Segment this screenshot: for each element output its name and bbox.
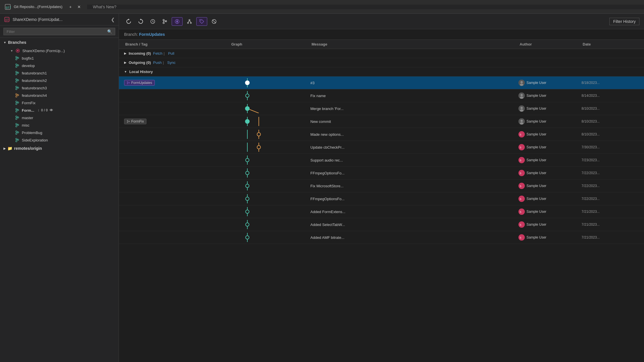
svg-point-136: [246, 197, 249, 200]
sidebar-item-featurebranch4[interactable]: featurebranch4: [8, 92, 119, 99]
sidebar-item-featurebranch2[interactable]: featurebranch2: [8, 77, 119, 84]
sidebar-item-master[interactable]: master: [8, 114, 119, 121]
push-link[interactable]: Push: [153, 60, 162, 65]
svg-point-124: [246, 158, 249, 162]
local-history-label: Local History: [129, 70, 153, 74]
branch-icon: [15, 63, 19, 68]
fetch-link[interactable]: Fetch: [153, 51, 163, 56]
commit-row-12[interactable]: Added AMF bitrate... S Sample User 7/21/…: [119, 231, 644, 244]
sort-icon: ↕: [38, 108, 39, 112]
remotes-section-header[interactable]: ▶ 📁 remotes/origin: [0, 144, 119, 153]
remotes-label: remotes/origin: [14, 146, 42, 151]
svg-point-101: [520, 107, 523, 109]
sidebar-item-label: SideExploration: [22, 138, 48, 142]
sidebar-item-label: ShareXDemo (FormUp...): [22, 49, 65, 53]
svg-point-7: [16, 59, 17, 60]
branch-button[interactable]: [160, 17, 170, 25]
commit-graph-button[interactable]: [172, 17, 183, 26]
sidebar-content: ▼ Branches ▼ ShareXDemo (FormUp...): [0, 38, 119, 362]
graph-svg-1: [230, 91, 310, 100]
date-cell-1: 8/14/2023...: [582, 94, 639, 98]
local-history-row[interactable]: ▼ Local History: [119, 67, 644, 76]
pin-button[interactable]: +: [68, 4, 73, 10]
svg-point-42: [16, 111, 17, 112]
table-header: Branch / Tag Graph Message Author Date: [119, 40, 644, 49]
sidebar-collapse-btn[interactable]: ❮: [111, 17, 115, 22]
incoming-row[interactable]: ▶ Incoming (0) Fetch | Pull: [119, 49, 644, 58]
sidebar-item-formupdates[interactable]: Form... ↕ 0 / 0 👁: [8, 107, 119, 114]
commit-row-1[interactable]: Fix name Sample User 8/14/2023...: [119, 89, 644, 102]
sidebar-item-sideexploration[interactable]: SideExploration: [8, 136, 119, 144]
commit-row-0[interactable]: FormUpdates #3: [119, 76, 644, 89]
undo-button[interactable]: [136, 17, 146, 25]
commit-row-11[interactable]: Added SelectTabW... S Sample User 7/21/2…: [119, 218, 644, 231]
sidebar-item-label: featurebranch2: [22, 78, 47, 83]
filter-history-button[interactable]: Filter History: [609, 18, 639, 25]
main-layout: git ShareXDemo (FormUpdat... ❮ 🔍 ▼ Branc…: [0, 14, 644, 362]
graph-cell-10: [230, 207, 310, 216]
tag-button[interactable]: [196, 17, 207, 26]
whats-new-tab[interactable]: What's New?: [93, 5, 116, 9]
chevron-down-icon: ▼: [10, 49, 13, 52]
branch-icon: [15, 115, 19, 120]
branches-label: Branches: [8, 40, 26, 45]
commit-row-7[interactable]: FFmpegOptionsFo... S Sample User 7/22/20…: [119, 167, 644, 180]
author-name-12: Sample User: [526, 235, 546, 239]
sidebar-item-featurebranch1[interactable]: featurebranch1: [8, 69, 119, 77]
author-name-9: Sample User: [526, 197, 546, 201]
avatar-5: S: [518, 144, 525, 150]
commit-row-2[interactable]: Merge branch 'For... Sample User 8/10/20…: [119, 102, 644, 115]
sidebar-item-repo-root[interactable]: ▼ ShareXDemo (FormUp...): [8, 47, 119, 54]
commit-row-4[interactable]: Made new options... S Sample User 8/10/2…: [119, 128, 644, 141]
date-cell-9: 7/22/2023...: [582, 197, 639, 201]
commit-row-6[interactable]: Support audio rec... S Sample User 7/23/…: [119, 154, 644, 167]
graph-svg-4: [230, 130, 310, 139]
branch-icon: [15, 71, 19, 75]
sidebar-item-develop[interactable]: develop: [8, 62, 119, 69]
col-message: Message: [310, 42, 518, 46]
commit-row-9[interactable]: FFmpegOptionsFo... S Sample User 7/22/20…: [119, 192, 644, 205]
sidebar-item-label: featurebranch3: [22, 86, 47, 90]
message-cell-1: Fix name: [310, 94, 518, 98]
graph-svg-7: [230, 168, 310, 178]
commit-row-5[interactable]: Update cbCheckPr... S Sample User 7/30/2…: [119, 141, 644, 154]
graph-svg-9: [230, 194, 310, 203]
svg-point-17: [16, 74, 17, 75]
filter-input[interactable]: [7, 29, 105, 34]
svg-point-22: [16, 81, 17, 82]
commit-row-8[interactable]: Fix MicrosoftStore... S Sample User 7/22…: [119, 180, 644, 192]
svg-text:S: S: [520, 198, 521, 200]
author-name-1: Sample User: [526, 94, 546, 98]
commit-row-3[interactable]: FormFix New commit Sample User: [119, 115, 644, 128]
sidebar-item-problembug[interactable]: ProblemBug: [8, 129, 119, 136]
sidebar-item-bugfix1[interactable]: bugfix1: [8, 54, 119, 62]
branch-icon: [15, 78, 19, 83]
sidebar-item-formfix[interactable]: FormFix: [8, 99, 119, 107]
window-title: Git Reposito...(FormUpdates): [14, 5, 62, 9]
fetch-button[interactable]: [148, 17, 158, 25]
outgoing-row[interactable]: ▶ Outgoing (0) Push | Sync: [119, 58, 644, 67]
outgoing-chevron: ▶: [124, 61, 126, 64]
commit-row-10[interactable]: Added FormExtens... S Sample User 7/21/2…: [119, 205, 644, 218]
branch-label-name: FormUpdates: [139, 32, 165, 37]
hide-button[interactable]: [209, 17, 219, 25]
remotes-chevron: ▶: [3, 147, 6, 150]
branches-section-header[interactable]: ▼ Branches: [0, 38, 119, 47]
graph-cell-5: [230, 143, 310, 152]
branch-icon: [15, 123, 19, 127]
svg-text:S: S: [520, 236, 521, 239]
main-panel: Filter History Branch: FormUpdates Branc…: [119, 14, 644, 362]
sidebar-item-misc[interactable]: misc: [8, 121, 119, 129]
sidebar-item-label: ProblemBug: [22, 131, 42, 135]
fork-button[interactable]: [184, 17, 195, 25]
svg-text:S: S: [520, 146, 521, 149]
pull-link[interactable]: Pull: [168, 51, 174, 56]
refresh-button[interactable]: [124, 17, 134, 25]
sync-link[interactable]: Sync: [167, 60, 176, 65]
branch-icon: [15, 108, 19, 113]
close-tab-button[interactable]: ✕: [76, 4, 83, 10]
author-name-2: Sample User: [526, 107, 546, 111]
graph-svg-11: [230, 220, 310, 229]
sidebar-item-featurebranch3[interactable]: featurebranch3: [8, 84, 119, 92]
branch-label-bar: Branch: FormUpdates: [119, 29, 644, 40]
